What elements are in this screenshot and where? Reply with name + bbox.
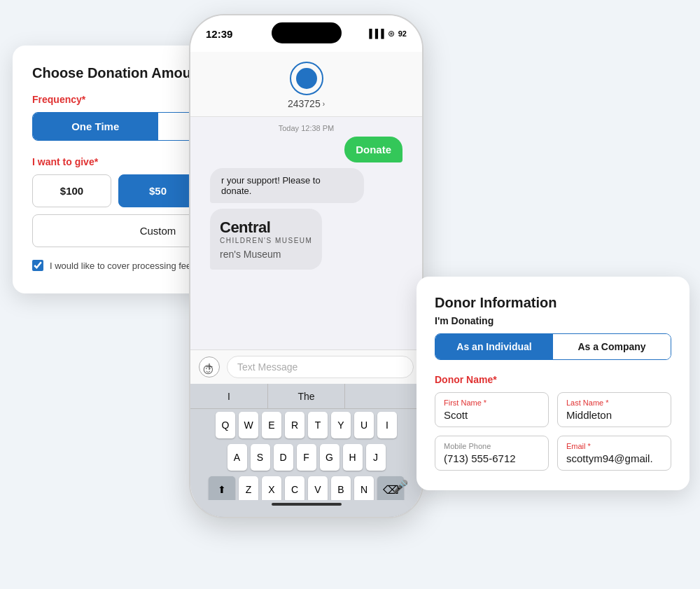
key-u[interactable]: U [354,412,374,438]
shift-key[interactable]: ⬆ [209,476,235,503]
donating-label: I'm Donating [435,315,671,326]
suggest-empty [345,384,422,408]
contact-row: Mobile Phone (713) 555-6712 Email * scot… [435,436,671,471]
phone-status-bar: 12:39 ▐▐▐ ⊛ 92 [190,15,422,52]
museum-name: ren's Museum [220,249,312,260]
text-input-row: + Text Message [190,349,422,384]
keyboard: I The Q W E R T Y U I A S D F G H J ⬆ Z … [190,384,422,517]
individual-button[interactable]: As an Individual [435,334,553,359]
keyboard-suggestions: I The [190,384,422,409]
name-row: First Name * Scott Last Name * Middleton [435,392,671,427]
individual-toggle[interactable]: As an Individual As a Company [435,333,671,360]
mobile-label: Mobile Phone [444,442,540,450]
key-y[interactable]: Y [331,412,351,438]
one-time-button[interactable]: One Time [33,113,158,140]
amount-50-button[interactable]: $50 [118,174,197,207]
wifi-icon: ⊛ [388,29,395,39]
avatar [290,62,323,95]
key-a[interactable]: A [227,444,247,471]
key-d[interactable]: D [274,444,293,471]
dynamic-island [272,22,342,43]
key-v[interactable]: V [308,476,328,503]
message-bubbles: Donate r your support! Please to donate.… [200,137,412,272]
mic-icon[interactable]: 🎤 [390,476,411,497]
support-bubble: r your support! Please to donate. [210,168,364,203]
suggest-the[interactable]: The [268,384,346,408]
first-name-value: Scott [444,409,540,421]
message-input[interactable]: Text Message [227,356,414,378]
key-e[interactable]: E [262,412,281,438]
mobile-field[interactable]: Mobile Phone (713) 555-6712 [435,436,549,471]
key-w[interactable]: W [239,412,258,438]
last-name-value: Middleton [566,409,662,421]
donor-name-label: Donor Name* [435,374,671,385]
museum-sub-text: CHILDREN'S MUSEUM [220,237,312,244]
amount-100-button[interactable]: $100 [32,174,111,207]
key-g[interactable]: G [320,444,340,471]
avatar-inner [296,68,317,89]
museum-bubble: Central CHILDREN'S MUSEUM ren's Museum [210,209,322,270]
key-b[interactable]: B [331,476,351,503]
key-r[interactable]: R [285,412,304,438]
keyboard-row-1: Q W E R T Y U I [190,409,422,441]
museum-logo-text: Central [220,219,312,237]
email-label: Email * [566,442,662,450]
key-c[interactable]: C [285,476,304,503]
signal-icon: ▐▐▐ [366,29,384,39]
last-name-label: Last Name * [566,399,662,407]
key-h[interactable]: H [343,444,363,471]
suggest-i[interactable]: I [190,384,268,408]
home-indicator [272,503,342,506]
donate-bubble: Donate [344,137,402,162]
donor-card-title: Donor Information [435,295,671,311]
processing-fee-checkbox[interactable] [32,260,43,271]
key-z[interactable]: Z [239,476,258,503]
email-field[interactable]: Email * scottym94@gmail. [557,436,671,471]
key-f[interactable]: F [297,444,316,471]
first-name-field[interactable]: First Name * Scott [435,392,549,427]
phone-time: 12:39 [206,28,232,40]
key-x[interactable]: X [262,476,281,503]
message-timestamp: Today 12:38 PM [200,117,412,137]
last-name-field[interactable]: Last Name * Middleton [557,392,671,427]
contact-header: 243725 › [190,52,422,117]
email-value: scottym94@gmail. [566,452,662,464]
home-bar [190,500,422,517]
key-n[interactable]: N [354,476,374,503]
mobile-value: (713) 555-6712 [444,452,540,464]
key-j[interactable]: J [366,444,386,471]
first-name-label: First Name * [444,399,540,407]
emoji-icon[interactable]: ☺ [200,360,216,378]
contact-number: 243725 › [190,98,422,109]
phone-frame: 12:39 ▐▐▐ ⊛ 92 243725 › Today 12:38 PM D… [189,14,424,518]
key-s[interactable]: S [251,444,270,471]
company-button[interactable]: As a Company [553,334,671,359]
key-q[interactable]: Q [216,412,235,438]
status-icons: ▐▐▐ ⊛ 92 [366,29,407,39]
donor-info-card: Donor Information I'm Donating As an Ind… [416,277,690,490]
keyboard-row-2: A S D F G H J [190,441,422,473]
key-i[interactable]: I [377,412,397,438]
key-t[interactable]: T [308,412,328,438]
battery-icon: 92 [398,29,407,38]
